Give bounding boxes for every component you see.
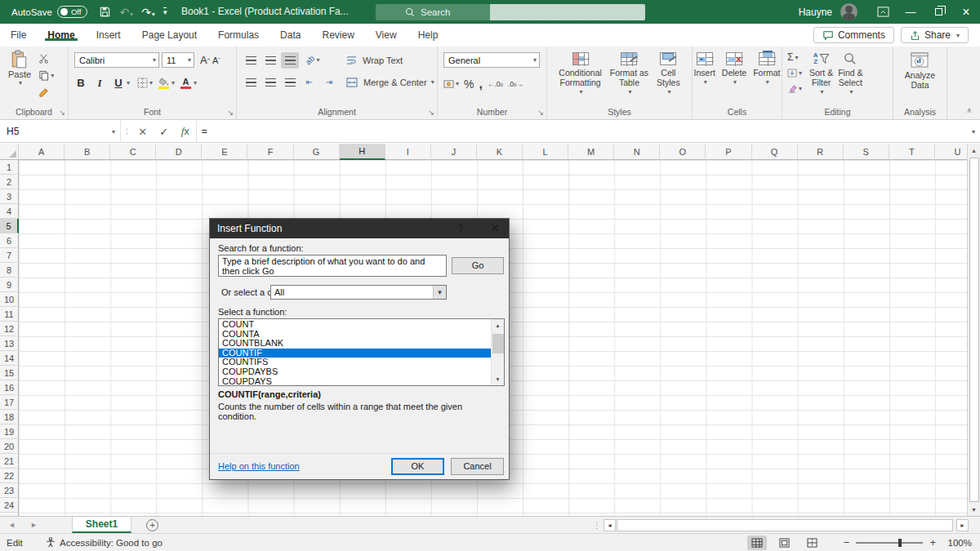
select-all-corner[interactable] xyxy=(0,144,19,160)
sort-filter-button[interactable]: AZ Sort & Filter▾ xyxy=(807,50,835,102)
copy-icon[interactable]: ▾ xyxy=(38,69,54,82)
column-header[interactable]: Q xyxy=(752,144,798,160)
format-painter-icon[interactable] xyxy=(38,86,54,99)
category-combobox[interactable]: All ▼ xyxy=(270,285,447,300)
sheet-nav-arrows[interactable]: ◄► xyxy=(0,521,60,529)
name-box-dropdown[interactable]: ▾ xyxy=(112,128,115,136)
column-header[interactable]: H xyxy=(340,144,385,160)
column-header[interactable]: G xyxy=(294,144,340,160)
row-header[interactable]: 4 xyxy=(0,204,19,219)
redo-icon[interactable]: ↷▾ xyxy=(141,7,155,18)
column-header[interactable]: T xyxy=(889,144,935,160)
help-on-function-link[interactable]: Help on this function xyxy=(218,461,300,471)
row-header[interactable]: 18 xyxy=(0,410,19,424)
row-header[interactable]: 16 xyxy=(0,380,19,395)
font-size-combo[interactable]: 11▾ xyxy=(162,52,194,68)
paste-button[interactable]: Paste ▾ xyxy=(8,50,31,87)
customize-qat-icon[interactable]: ▾ xyxy=(163,7,167,16)
align-bottom-icon[interactable] xyxy=(281,52,299,69)
user-name[interactable]: Hauyne xyxy=(799,7,832,18)
row-header[interactable]: 1 xyxy=(0,160,19,175)
name-box[interactable]: H5 ▾ xyxy=(0,121,121,142)
column-header[interactable]: P xyxy=(706,144,751,160)
page-layout-view-icon[interactable] xyxy=(775,535,795,550)
column-header[interactable]: S xyxy=(844,144,889,160)
format-as-table-button[interactable]: Format as Table▾ xyxy=(608,50,651,102)
confirm-entry-icon[interactable]: ✓ xyxy=(154,126,175,138)
ribbon-tab[interactable]: Home xyxy=(37,29,85,41)
column-header[interactable]: C xyxy=(110,144,156,160)
row-header[interactable]: 8 xyxy=(0,263,19,278)
horizontal-scrollbar[interactable] xyxy=(617,519,953,531)
zoom-slider-thumb[interactable] xyxy=(898,539,902,547)
column-header[interactable]: L xyxy=(523,144,568,160)
ribbon-tab[interactable]: View xyxy=(365,29,408,41)
conditional-formatting-button[interactable]: Conditional Formatting▾ xyxy=(556,50,604,102)
cut-icon[interactable] xyxy=(38,51,54,64)
ribbon-tab[interactable]: Review xyxy=(311,29,364,41)
row-header[interactable]: 7 xyxy=(0,248,19,263)
page-break-view-icon[interactable] xyxy=(803,535,822,550)
list-scroll-up-icon[interactable]: ▲ xyxy=(492,319,504,331)
row-header[interactable]: 15 xyxy=(0,366,19,380)
zoom-slider[interactable] xyxy=(856,542,923,544)
increase-indent-icon[interactable]: ⇥ xyxy=(320,74,338,91)
format-cells-button[interactable]: Format▾ xyxy=(751,50,782,102)
zoom-in-icon[interactable]: + xyxy=(929,536,936,549)
minimize-icon[interactable]: — xyxy=(897,0,924,24)
row-header[interactable]: 3 xyxy=(0,189,19,204)
vertical-scroll-thumb[interactable] xyxy=(969,158,979,502)
column-header[interactable]: M xyxy=(568,144,614,160)
accessibility-status[interactable]: Accessibility: Good to go xyxy=(46,537,163,548)
function-listbox[interactable]: COUNTCOUNTACOUNTBLANKCOUNTIFCOUNTIFSCOUP… xyxy=(218,318,505,386)
collapse-ribbon-icon[interactable]: ∧ xyxy=(966,106,972,114)
row-header[interactable]: 12 xyxy=(0,322,19,336)
ribbon-tab[interactable]: Page Layout xyxy=(131,29,207,41)
row-header[interactable]: 19 xyxy=(0,424,19,439)
ribbon-tab[interactable]: Help xyxy=(408,29,449,41)
hscroll-left-icon[interactable]: ◄ xyxy=(604,519,616,531)
increase-decimal-icon[interactable]: ←.00 xyxy=(488,80,503,88)
analyze-data-button[interactable]: Analyze Data xyxy=(902,50,938,102)
column-header[interactable]: E xyxy=(202,144,247,160)
percent-icon[interactable]: % xyxy=(464,78,474,91)
column-header[interactable]: F xyxy=(247,144,293,160)
insert-cells-button[interactable]: Insert▾ xyxy=(692,50,718,102)
align-center-icon[interactable] xyxy=(261,74,279,91)
row-header[interactable]: 21 xyxy=(0,454,19,469)
list-scroll-thumb[interactable] xyxy=(492,334,504,353)
alignment-dialog-launcher[interactable]: ↘ xyxy=(428,109,434,117)
sheet-tab[interactable]: Sheet1 xyxy=(72,517,131,533)
number-format-combo[interactable]: General▾ xyxy=(443,52,540,68)
formula-bar-splitter[interactable]: ⁞ xyxy=(121,127,132,136)
column-header[interactable]: I xyxy=(385,144,431,160)
search-box[interactable]: Search xyxy=(376,4,645,20)
increase-font-icon[interactable]: A^ xyxy=(200,54,210,66)
fill-color-dropdown[interactable]: ▾ xyxy=(172,79,175,87)
row-header[interactable]: 13 xyxy=(0,336,19,351)
formula-input[interactable]: = xyxy=(196,121,967,142)
fill-icon[interactable]: ▾ xyxy=(787,66,802,79)
fill-color-icon[interactable] xyxy=(158,78,169,89)
autosum-icon[interactable]: Σ▾ xyxy=(787,51,802,64)
wrap-text-button[interactable]: Wrap Text xyxy=(346,50,434,70)
cancel-button[interactable]: Cancel xyxy=(451,458,504,475)
expand-formula-bar-icon[interactable]: ▾ xyxy=(972,128,975,136)
align-right-icon[interactable] xyxy=(281,74,299,91)
hscroll-right-icon[interactable]: ► xyxy=(956,519,969,531)
list-scrollbar[interactable]: ▲ ▼ xyxy=(491,319,504,385)
clear-icon[interactable]: ▾ xyxy=(787,82,802,95)
function-list-item[interactable]: COUNT xyxy=(219,320,504,330)
row-header[interactable]: 11 xyxy=(0,307,19,322)
row-header[interactable]: 5 xyxy=(0,219,19,233)
column-header[interactable]: J xyxy=(431,144,477,160)
dialog-help-icon[interactable]: ? xyxy=(448,219,473,238)
ribbon-tab[interactable]: Formulas xyxy=(207,29,270,41)
accounting-icon[interactable]: ▾ xyxy=(443,79,459,89)
column-header[interactable]: D xyxy=(156,144,202,160)
italic-button[interactable]: I xyxy=(93,77,106,90)
row-header[interactable]: 23 xyxy=(0,483,19,498)
merge-center-button[interactable]: Merge & Center ▾ xyxy=(346,72,434,92)
cancel-entry-icon[interactable]: ✕ xyxy=(132,126,154,138)
zoom-level[interactable]: 100% xyxy=(944,538,972,548)
